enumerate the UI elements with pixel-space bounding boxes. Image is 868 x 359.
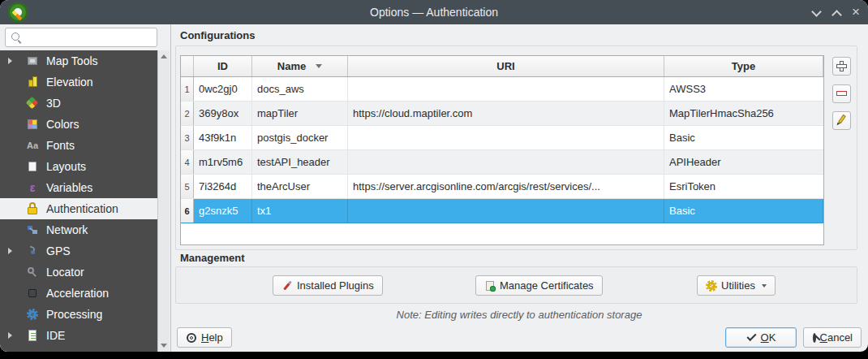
help-label: Help [201,331,223,344]
installed-plugins-label: Installed Plugins [297,279,374,292]
ok-accel: O [761,331,769,344]
processing-gear-icon [26,308,39,321]
table-row[interactable]: 1 0wc2gj0 docs_aws AWSS3 [181,77,823,102]
sidebar-item-label: Elevation [46,76,93,89]
search-icon [11,32,22,43]
sidebar-item-ide[interactable]: IDE [0,325,157,346]
manage-certificates-label: Manage Certificates [500,279,594,292]
cell-id: 43f9k1n [194,126,252,149]
sort-descending-icon [316,64,322,68]
maximize-chevron-icon[interactable] [831,7,841,17]
table-row[interactable]: 5 7i3264d theArcUser https://server.arcg… [181,175,823,199]
table-header-row: ID Name URI Type [181,56,823,77]
sidebar-item-label: Processing [46,308,102,321]
sidebar-item-label: 3D [46,97,61,110]
sidebar-item-label: Layouts [46,160,86,173]
column-header-name[interactable]: Name [252,56,348,76]
certificate-icon [484,280,496,292]
elevation-icon [26,76,39,89]
cell-name: mapTiler [252,102,348,125]
corner-header-cell [181,56,194,76]
cell-id: 7i3264d [194,175,252,198]
row-number: 3 [181,126,194,149]
sidebar-item-authentication[interactable]: Authentication [0,198,157,219]
ok-button[interactable]: OK [725,327,797,348]
installed-plugins-button[interactable]: Installed Plugins [273,275,383,296]
sidebar-item-layouts[interactable]: Layouts [0,156,157,177]
check-icon [746,333,757,342]
cell-type: Basic [664,199,823,223]
sidebar-item-fonts[interactable]: AaFonts [0,135,157,156]
sidebar-item-label: IDE [46,329,65,342]
minimize-chevron-icon[interactable] [811,7,821,17]
table-row-selected[interactable]: 6 g2snzk5 tx1 Basic [181,199,823,223]
help-icon [186,332,197,344]
cell-type: Basic [664,126,823,149]
sidebar-item-3d[interactable]: 3D [0,93,157,114]
expand-arrow-icon[interactable] [8,58,12,64]
column-header-uri[interactable]: URI [348,56,664,76]
ok-label: OK [761,331,776,344]
sidebar-item-colors[interactable]: Colors [0,114,157,135]
expand-arrow-icon[interactable] [8,332,12,339]
configurations-table[interactable]: ID Name URI Type 1 0wc2gj0 docs_aws AWSS… [180,55,824,245]
ok-rest: K [769,331,776,344]
title-bar[interactable]: Options — Authentication × [0,0,868,24]
utilities-button[interactable]: Utilities [697,275,776,296]
scroll-down-icon[interactable] [161,344,167,348]
scroll-up-icon[interactable] [161,54,167,58]
screen: Options — Authentication × Map Tools Ele… [0,0,868,359]
window-controls: × [811,0,860,24]
sidebar-item-network[interactable]: Network [0,219,157,240]
sidebar-item-label: Variables [46,181,92,194]
layouts-icon [26,160,39,173]
add-icon [836,61,847,71]
cell-uri [348,77,664,101]
table-row[interactable]: 2 369y8ox mapTiler https://cloud.maptile… [181,102,823,126]
remove-configuration-button[interactable] [832,84,851,103]
sidebar-item-label: GPS [46,244,71,257]
configurations-group-label: Configurations [180,29,255,41]
management-group-frame: Installed Plugins Manage Certificates Ut… [175,266,857,304]
remove-icon [836,91,847,97]
network-icon [26,223,39,236]
sidebar-search-box[interactable] [5,28,157,47]
fonts-icon: Aa [26,139,39,152]
sidebar-item-gps[interactable]: GPS [0,240,157,262]
wrench-icon [281,280,293,292]
cancel-button[interactable]: Cancel [803,327,862,348]
cell-id: 0wc2gj0 [194,77,252,101]
sidebar-item-processing[interactable]: Processing [0,304,157,325]
sidebar-item-elevation[interactable]: Elevation [0,71,157,93]
search-input[interactable] [25,30,154,46]
row-number: 1 [181,77,194,101]
cell-uri [348,199,664,223]
add-configuration-button[interactable] [832,57,851,76]
table-row[interactable]: 4 m1rv5m6 testAPI_header APIHeader [181,150,823,175]
column-header-id[interactable]: ID [194,56,252,76]
storage-note: Note: Editing writes directly to authent… [170,309,868,321]
row-number: 6 [181,199,194,223]
settings-nav-list: Map Tools Elevation 3D Colors AaFonts La… [0,50,157,352]
cancel-accel: C [820,331,827,344]
sidebar-item-acceleration[interactable]: Acceleration [0,283,157,304]
close-icon[interactable]: × [852,7,860,17]
sidebar-item-locator[interactable]: Locator [0,262,157,283]
help-button[interactable]: Help [177,327,232,348]
column-header-type[interactable]: Type [664,56,823,76]
expand-arrow-icon[interactable] [8,248,12,254]
qgis-logo-icon [8,2,28,22]
cell-name: theArcUser [252,175,348,198]
sidebar-item-map-tools[interactable]: Map Tools [0,50,157,71]
cell-id: m1rv5m6 [194,150,252,174]
edit-configuration-button[interactable] [832,111,851,130]
row-number: 4 [181,150,194,174]
table-row[interactable]: 3 43f9k1n postgis_docker Basic [181,126,823,150]
sidebar-item-variables[interactable]: εVariables [0,177,157,198]
sidebar-item-label: Map Tools [46,54,98,67]
manage-certificates-button[interactable]: Manage Certificates [475,275,603,296]
row-number: 5 [181,175,194,198]
colors-icon [26,118,39,131]
sidebar-scrollbar[interactable] [157,50,170,352]
cell-uri [348,126,664,149]
